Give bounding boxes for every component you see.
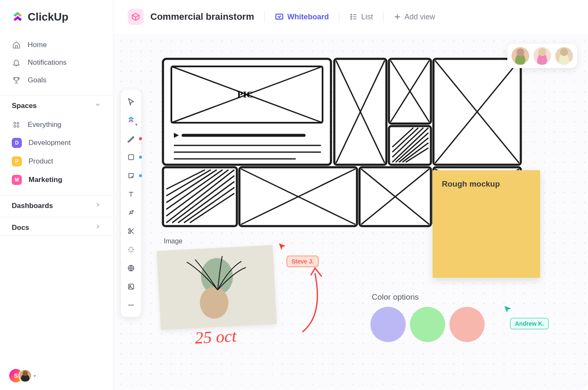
bell-icon	[12, 58, 21, 67]
svg-point-2	[14, 126, 16, 128]
image-card[interactable]	[157, 245, 276, 330]
nav-notifications[interactable]: Notifications	[7, 54, 106, 71]
view-list[interactable]: List	[349, 13, 373, 21]
chevron-right-icon	[94, 223, 101, 232]
tool-clickup[interactable]: +	[123, 113, 139, 128]
nav-label: Goals	[28, 76, 46, 84]
svg-point-5	[351, 14, 352, 16]
list-icon	[349, 13, 358, 21]
image-label: Image	[164, 237, 182, 245]
nav-home[interactable]: Home	[7, 36, 106, 54]
view-whiteboard[interactable]: Whiteboard	[275, 12, 329, 21]
everything-icon	[12, 120, 21, 129]
space-label: Marketing	[29, 176, 62, 184]
docs-header[interactable]: Docs	[0, 217, 113, 235]
svg-point-17	[129, 305, 130, 306]
add-view-button[interactable]: Add view	[394, 13, 435, 21]
pic-label: PIC	[237, 89, 253, 100]
tool-scissors[interactable]	[123, 224, 139, 239]
page-title: Commercial brainstorm	[150, 11, 254, 22]
chevron-down-icon: ▾	[34, 373, 36, 379]
svg-point-16	[129, 285, 131, 287]
svg-rect-11	[129, 155, 134, 160]
sidebar: ClickUp Home Notifications Goals Spaces …	[0, 0, 113, 390]
svg-point-18	[131, 305, 132, 306]
color-swatch-3[interactable]	[449, 307, 485, 342]
svg-point-9	[351, 18, 352, 20]
whiteboard-canvas[interactable]: + PIC Rough moc	[113, 34, 588, 390]
header: Commercial brainstorm Whiteboard List Ad…	[113, 0, 588, 34]
avatar[interactable]	[512, 47, 529, 65]
handwritten-date: 25 oct	[194, 326, 237, 348]
clickup-logo-icon	[11, 10, 24, 24]
color-swatch-2[interactable]	[410, 307, 445, 342]
svg-point-3	[17, 126, 19, 128]
home-icon	[12, 40, 21, 50]
space-badge: P	[12, 156, 22, 166]
svg-point-7	[351, 16, 352, 18]
whiteboard-icon	[275, 12, 284, 21]
spaces-header[interactable]: Spaces	[0, 95, 113, 113]
cursor-icon	[277, 242, 287, 252]
arrow-sketch	[290, 261, 336, 336]
logo[interactable]: ClickUp	[0, 10, 113, 34]
tool-select[interactable]	[123, 94, 139, 109]
space-development[interactable]: D Development	[7, 134, 106, 152]
space-label: Everything	[28, 121, 61, 129]
cube-icon	[131, 12, 140, 21]
space-icon-box[interactable]	[128, 9, 144, 25]
logo-text: ClickUp	[28, 11, 68, 24]
chevron-down-icon	[94, 101, 101, 110]
svg-point-1	[17, 122, 19, 124]
space-badge: M	[12, 175, 22, 185]
color-swatch-1[interactable]	[370, 307, 406, 342]
chevron-right-icon	[94, 201, 101, 210]
svg-rect-20	[163, 59, 331, 165]
cursor-label-steve: Steve J.	[286, 256, 319, 267]
tool-magic[interactable]	[123, 242, 139, 257]
svg-rect-4	[276, 14, 283, 19]
space-everything[interactable]: Everything	[7, 116, 106, 134]
dashboards-header[interactable]: Dashboards	[0, 195, 113, 213]
tool-connector[interactable]	[123, 205, 139, 220]
svg-point-19	[132, 305, 134, 306]
nav-label: Home	[28, 41, 47, 49]
tool-web[interactable]	[123, 261, 139, 276]
whiteboard-toolbar: +	[121, 90, 141, 317]
space-label: Product	[29, 157, 53, 166]
color-options-label: Color options	[372, 292, 419, 302]
avatar[interactable]	[533, 47, 551, 65]
tool-shape[interactable]	[123, 150, 139, 165]
user-menu[interactable]: S ▾	[9, 369, 36, 382]
nav-label: Notifications	[28, 58, 67, 67]
space-label: Development	[29, 139, 71, 147]
space-badge: D	[12, 138, 22, 148]
cursor-label-andrew: Andrew K.	[510, 318, 549, 329]
space-marketing[interactable]: M Marketing	[7, 171, 106, 189]
plus-icon	[394, 13, 401, 21]
tool-pen[interactable]	[123, 131, 139, 146]
collaborator-avatars[interactable]	[507, 44, 577, 68]
tool-more[interactable]	[123, 298, 139, 313]
svg-point-0	[14, 122, 16, 124]
sticky-note[interactable]: Rough mockup	[433, 170, 540, 278]
tool-image[interactable]	[123, 279, 139, 294]
tool-text[interactable]	[123, 187, 139, 202]
user-avatar-photo	[18, 369, 32, 382]
space-product[interactable]: P Product	[7, 152, 106, 171]
avatar[interactable]	[555, 47, 573, 65]
nav-goals[interactable]: Goals	[7, 71, 106, 89]
tool-sticky[interactable]	[123, 168, 139, 183]
trophy-icon	[12, 76, 21, 85]
cursor-icon	[503, 304, 513, 314]
